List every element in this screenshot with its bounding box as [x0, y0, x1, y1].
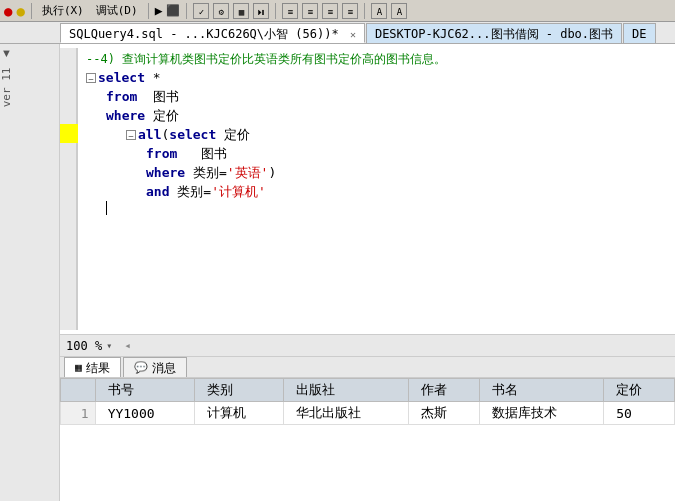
tab-de[interactable]: DE — [623, 23, 655, 43]
highlight-bar — [60, 124, 78, 143]
code-line-where1: where 定价 — [78, 106, 675, 125]
messages-icon: 💬 — [134, 358, 148, 378]
toolbar-icon-7[interactable]: ≡ — [282, 3, 298, 19]
results-table: 书号 类别 出版社 作者 书名 定价 1 YY1000 计算机 华北出版社 杰斯 — [60, 378, 675, 425]
code-line-0: − select * — [78, 68, 675, 87]
collapse-select[interactable]: − — [86, 73, 96, 83]
separator-3 — [186, 3, 187, 19]
code-line-and: and 类别= '计算机' — [78, 182, 675, 201]
col-price: 定价 — [604, 379, 675, 402]
tab-results[interactable]: ▦ 结果 — [64, 357, 121, 377]
toolbar-icon-8[interactable]: ≡ — [302, 3, 318, 19]
kw-select2: select — [169, 125, 216, 144]
kw-from2-val: 图书 — [177, 144, 226, 163]
kw-select2-val: 定价 — [216, 125, 250, 144]
kw-select: select — [98, 68, 145, 87]
toolbar-icon-3[interactable]: ✓ — [193, 3, 209, 19]
results-icon: ▦ — [75, 358, 82, 378]
kw-where2-str: '英语' — [227, 163, 269, 182]
tab-sqlquery4-label: SQLQuery4.sql - ...KJC626Q\小智 (56))* — [69, 27, 339, 41]
execute-menu[interactable]: 执行(X) — [38, 3, 88, 18]
table-row: 1 YY1000 计算机 华北出版社 杰斯 数据库技术 50 — [61, 402, 675, 425]
row-1-num: 1 — [61, 402, 96, 425]
toolbar-icon-9[interactable]: ≡ — [322, 3, 338, 19]
comment-line: --4) 查询计算机类图书定价比英语类所有图书定价高的图书信息。 — [78, 50, 675, 68]
tab-sqlquery4-close[interactable]: ✕ — [350, 29, 356, 40]
editor-area[interactable]: --4) 查询计算机类图书定价比英语类所有图书定价高的图书信息。 − selec… — [60, 44, 675, 334]
code-line-all: − all ( select 定价 — [78, 125, 675, 144]
toolbar-icon-10[interactable]: ≡ — [342, 3, 358, 19]
main-toolbar: ● ● 执行(X) 调试(D) ▶ ⬛ ✓ ⚙ ▦ ⏯ ≡ ≡ ≡ ≡ A A — [0, 0, 675, 22]
main-area: ver 11 ▲ --4) 查询计算机类图书定价比英语类所有图书定价高的图书信息… — [0, 44, 675, 501]
results-label: 结果 — [86, 358, 110, 378]
row-1-booknum: YY1000 — [95, 402, 195, 425]
kw-from1-val: 图书 — [137, 87, 179, 106]
col-author: 作者 — [408, 379, 479, 402]
separator-5 — [364, 3, 365, 19]
tab-bookborrow[interactable]: DESKTOP-KJC62...图书借阅 - dbo.图书 — [366, 23, 622, 43]
separator-2 — [148, 3, 149, 19]
kw-all: all — [138, 125, 161, 144]
kw-where2-paren: ) — [268, 163, 276, 182]
toolbar-icon-1[interactable]: ▶ — [155, 3, 163, 18]
kw-where2: where — [146, 163, 185, 182]
separator-4 — [275, 3, 276, 19]
kw-star: * — [145, 68, 161, 87]
table-header-row: 书号 类别 出版社 作者 书名 定价 — [61, 379, 675, 402]
col-booknum: 书号 — [95, 379, 195, 402]
zoom-level: 100 % — [66, 339, 102, 353]
row-1-publisher: 华北出版社 — [284, 402, 409, 425]
sidebar-version: ver 11 ▲ — [0, 48, 59, 115]
col-title: 书名 — [479, 379, 604, 402]
toolbar-icon-2[interactable]: ⬛ — [166, 4, 180, 17]
kw-where1: where — [106, 106, 145, 125]
code-line-where2: where 类别= '英语' ) — [78, 163, 675, 182]
tab-bookborrow-label: DESKTOP-KJC62...图书借阅 - dbo.图书 — [375, 27, 613, 41]
code-content[interactable]: --4) 查询计算机类图书定价比英语类所有图书定价高的图书信息。 − selec… — [78, 48, 675, 330]
kw-from2: from — [146, 144, 177, 163]
toolbar-icon-4[interactable]: ⚙ — [213, 3, 229, 19]
text-cursor — [106, 201, 107, 215]
messages-label: 消息 — [152, 358, 176, 378]
toolbar-yellow-icon: ● — [16, 3, 24, 19]
tab-bar: SQLQuery4.sql - ...KJC626Q\小智 (56))* ✕ D… — [0, 22, 675, 44]
toolbar-icon-6[interactable]: ⏯ — [253, 3, 269, 19]
kw-and-str: '计算机' — [211, 182, 266, 201]
results-area: 书号 类别 出版社 作者 书名 定价 1 YY1000 计算机 华北出版社 杰斯 — [60, 378, 675, 425]
editor-with-bar: --4) 查询计算机类图书定价比英语类所有图书定价高的图书信息。 − selec… — [60, 48, 675, 330]
tab-de-label: DE — [632, 27, 646, 41]
kw-where2-val: 类别= — [185, 163, 227, 182]
row-1-title: 数据库技术 — [479, 402, 604, 425]
code-line-from2: from 图书 — [78, 144, 675, 163]
toolbar-icon-12[interactable]: A — [391, 3, 407, 19]
debug-menu[interactable]: 调试(D) — [92, 3, 142, 18]
editor-container: --4) 查询计算机类图书定价比英语类所有图书定价高的图书信息。 − selec… — [60, 44, 675, 501]
col-publisher: 出版社 — [284, 379, 409, 402]
zoom-bar: 100 % ▾ ◂ — [60, 334, 675, 356]
tab-sqlquery4[interactable]: SQLQuery4.sql - ...KJC626Q\小智 (56))* ✕ — [60, 23, 365, 43]
separator-1 — [31, 3, 32, 19]
kw-where1-val: 定价 — [145, 106, 179, 125]
kw-from1: from — [106, 87, 137, 106]
scroll-indicator[interactable]: ◂ — [124, 339, 131, 352]
left-margin-bar — [60, 48, 78, 330]
sidebar: ver 11 ▲ — [0, 44, 60, 501]
toolbar-red-icon: ● — [4, 3, 12, 19]
toolbar-icon-11[interactable]: A — [371, 3, 387, 19]
tab-messages[interactable]: 💬 消息 — [123, 357, 187, 377]
col-rownum — [61, 379, 96, 402]
toolbar-icon-5[interactable]: ▦ — [233, 3, 249, 19]
code-line-cursor[interactable] — [78, 201, 675, 215]
row-1-category: 计算机 — [195, 402, 284, 425]
comment-text: --4) 查询计算机类图书定价比英语类所有图书定价高的图书信息。 — [86, 50, 446, 68]
row-1-author: 杰斯 — [408, 402, 479, 425]
results-tabs: ▦ 结果 💬 消息 — [60, 356, 675, 378]
code-line-from1: from 图书 — [78, 87, 675, 106]
row-1-price: 50 — [604, 402, 675, 425]
kw-and: and — [146, 182, 169, 201]
kw-all-paren: ( — [161, 125, 169, 144]
collapse-all[interactable]: − — [126, 130, 136, 140]
kw-and-val: 类别= — [169, 182, 211, 201]
zoom-dropdown[interactable]: ▾ — [106, 340, 112, 351]
col-category: 类别 — [195, 379, 284, 402]
